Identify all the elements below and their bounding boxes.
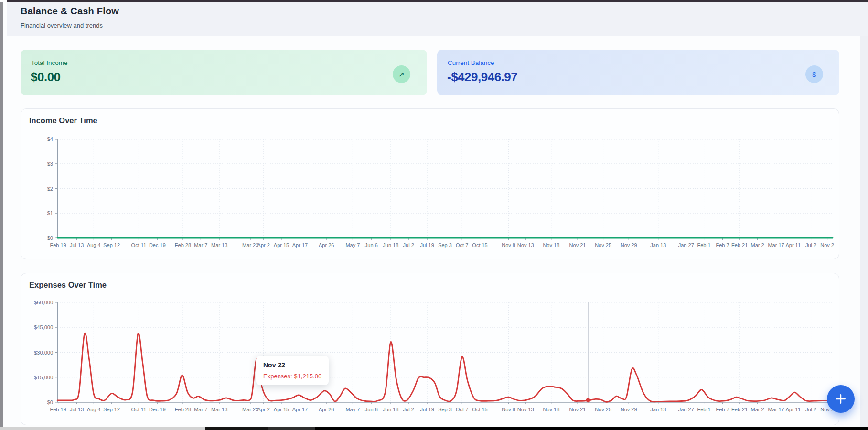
page-subtitle: Financial overview and trends — [21, 22, 103, 29]
dollar-icon: $ — [805, 65, 823, 83]
x-tick-label: Jun 6 — [365, 242, 378, 248]
x-tick-label: Jan 27 — [678, 242, 694, 248]
total-income-label: Total Income — [31, 59, 68, 66]
y-tick-label: $1 — [47, 210, 53, 216]
y-tick-label: $0 — [47, 235, 53, 241]
x-tick-label: Oct 15 — [472, 242, 487, 248]
x-tick-label: Jan 27 — [678, 407, 694, 412]
arrow-up-right-icon: ↗ — [393, 65, 410, 83]
x-tick-label: Apr 26 — [319, 407, 334, 412]
x-tick-label: Apr 17 — [292, 407, 308, 412]
chart-tooltip: Nov 22 Expenses: $1,215.00 — [256, 356, 329, 385]
x-tick-label: Nov 18 — [543, 242, 559, 248]
page-title: Balance & Cash Flow — [21, 6, 119, 17]
y-tick-label: $15,000 — [34, 375, 53, 380]
x-tick-label: Nov 29 — [621, 242, 637, 248]
x-tick-label: Oct 7 — [456, 407, 468, 412]
x-tick-label: Jul 19 — [420, 407, 434, 412]
expenses-chart-card: Expenses Over Time $60,000$45,000$30,000… — [21, 273, 839, 425]
tooltip-date: Nov 22 — [263, 361, 321, 369]
x-tick-label: Jul 19 — [420, 242, 434, 248]
x-tick-label: Nov 8 — [502, 407, 515, 412]
x-tick-label: Oct 15 — [472, 407, 487, 412]
current-balance-value: -$429,946.97 — [447, 70, 517, 85]
app-window: Balance & Cash Flow Financial overview a… — [0, 0, 868, 430]
x-tick-label: Jun 6 — [365, 407, 378, 412]
x-tick-label: Mar 2 — [751, 242, 764, 248]
x-tick-label: Sep 12 — [103, 242, 120, 248]
income-line-chart[interactable]: $4$3$2$1$0Feb 19Jul 13Aug 4Sep 12Oct 11D… — [21, 109, 840, 260]
y-tick-label: $30,000 — [34, 350, 53, 355]
dollar-glyph: $ — [812, 70, 816, 78]
current-balance-card: Current Balance -$429,946.97 $ — [437, 50, 839, 95]
x-tick-label: Jul 2 — [403, 242, 414, 248]
total-income-card: Total Income $0.00 ↗ — [21, 50, 427, 95]
x-tick-label: Sep 3 — [438, 407, 452, 412]
x-tick-label: Feb 21 — [731, 407, 748, 412]
x-tick-label: Sep 12 — [103, 407, 120, 412]
plus-icon — [834, 392, 847, 406]
x-tick-label: Dec 19 — [149, 242, 166, 248]
x-tick-label: Apr 17 — [292, 242, 308, 248]
x-tick-label: Mar 7 — [194, 242, 207, 248]
window-left-edge — [0, 2, 3, 427]
page-header — [7, 2, 868, 36]
x-tick-label: Nov 18 — [543, 407, 559, 412]
x-tick-label: Nov 2 — [820, 242, 834, 248]
x-tick-label: Aug 4 — [87, 242, 101, 248]
x-tick-label: Feb 1 — [697, 407, 711, 412]
x-tick-label: Feb 28 — [175, 407, 191, 412]
x-tick-label: Mar 17 — [768, 407, 784, 412]
x-tick-label: Dec 19 — [149, 407, 166, 412]
x-tick-label: Nov 21 — [569, 242, 586, 248]
x-tick-label: Nov 13 — [517, 242, 534, 248]
expenses-line-chart[interactable]: $60,000$45,000$30,000$15,000$0Feb 19Jul … — [21, 273, 840, 426]
y-tick-label: $0 — [47, 399, 53, 405]
arrow-up-right-glyph: ↗ — [398, 70, 405, 79]
x-tick-label: Apr 2 — [257, 407, 270, 412]
x-tick-label: Apr 26 — [319, 242, 334, 248]
x-tick-label: Oct 11 — [131, 407, 147, 412]
x-tick-label: Mar 22 — [242, 407, 258, 412]
total-income-value: $0.00 — [31, 70, 61, 85]
x-tick-label: Jan 13 — [650, 407, 666, 412]
x-tick-label: Nov 25 — [595, 407, 611, 412]
x-tick-label: May 7 — [345, 407, 360, 412]
taskbar-edge — [0, 427, 868, 430]
x-tick-label: Feb 19 — [50, 407, 66, 412]
x-tick-label: Feb 7 — [716, 242, 729, 248]
series-line — [57, 333, 833, 402]
y-tick-label: $45,000 — [34, 324, 53, 330]
x-tick-label: Jul 13 — [70, 407, 84, 412]
x-tick-label: Aug 4 — [87, 407, 101, 412]
y-tick-label: $2 — [47, 186, 53, 192]
y-tick-label: $4 — [47, 136, 53, 142]
x-tick-label: Mar 13 — [211, 242, 227, 248]
x-tick-label: Apr 11 — [785, 242, 801, 248]
x-tick-label: Apr 15 — [274, 407, 289, 412]
x-tick-label: Jun 18 — [383, 407, 398, 412]
x-tick-label: Feb 21 — [731, 242, 748, 248]
x-tick-label: Oct 7 — [456, 242, 468, 248]
x-tick-label: Feb 19 — [50, 242, 66, 248]
x-tick-label: Nov 8 — [502, 242, 515, 248]
x-tick-label: Oct 11 — [131, 242, 147, 248]
scrollbar-gutter[interactable] — [860, 36, 868, 427]
x-tick-label: Apr 15 — [274, 242, 289, 248]
x-tick-label: Mar 22 — [242, 242, 258, 248]
x-tick-label: Mar 13 — [211, 407, 227, 412]
x-tick-label: Jan 13 — [650, 242, 666, 248]
x-tick-label: Jul 2 — [805, 242, 816, 248]
y-tick-label: $3 — [47, 161, 53, 167]
y-tick-label: $60,000 — [34, 300, 53, 305]
x-tick-label: Jun 18 — [383, 242, 398, 248]
x-tick-label: Mar 2 — [751, 407, 764, 412]
x-tick-label: Nov 13 — [517, 407, 534, 412]
add-button[interactable] — [827, 385, 855, 413]
hover-point — [586, 398, 590, 402]
x-tick-label: Mar 7 — [194, 407, 207, 412]
x-tick-label: Feb 28 — [175, 242, 191, 248]
x-tick-label: Sep 3 — [438, 242, 452, 248]
x-tick-label: Feb 7 — [716, 407, 729, 412]
x-tick-label: Jul 2 — [403, 407, 414, 412]
